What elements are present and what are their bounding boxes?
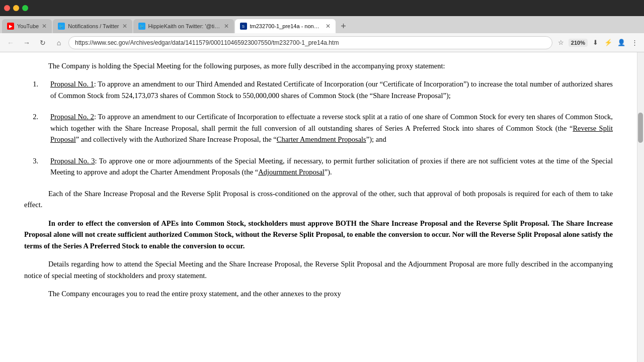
browser-frame: ▶ YouTube ✕ 🐦 Notifications / Twitter ✕ …: [0, 0, 644, 362]
proposal-item-3: 3. Proposal No. 3: To approve one or mor…: [24, 155, 613, 178]
bookmark-icon[interactable]: ☆: [555, 37, 567, 48]
bold-paragraph: In order to effect the conversion of APE…: [24, 218, 613, 251]
details-text: Details regarding how to attend the Spec…: [24, 260, 613, 279]
back-button[interactable]: ←: [4, 36, 17, 49]
proposal-item-1: 1. Proposal No. 1: To approve an amendme…: [24, 78, 613, 101]
proposal-2-label[interactable]: Proposal No. 2: [50, 113, 94, 121]
twitter-favicon: 🐦: [58, 23, 65, 30]
hippie-favicon: 🐦: [138, 23, 145, 30]
close-button[interactable]: [4, 5, 10, 11]
encourage-paragraph: The Company encourages you to read the e…: [24, 288, 613, 299]
tab-notifications-label: Notifications / Twitter: [68, 23, 119, 29]
title-bar: [0, 0, 644, 16]
tab-youtube-close[interactable]: ✕: [42, 23, 47, 30]
tab-notifications[interactable]: 🐦 Notifications / Twitter ✕: [53, 19, 132, 33]
cross-condition-paragraph: Each of the Share Increase Proposal and …: [24, 188, 613, 211]
proposal-num-3: 3.: [24, 155, 38, 178]
tab-sec-close[interactable]: ✕: [326, 23, 331, 30]
maximize-button[interactable]: [22, 5, 28, 11]
proposal-3-body: : To approve one or more adjournments of…: [50, 157, 613, 176]
profile-icon[interactable]: 👤: [616, 37, 627, 48]
youtube-favicon: ▶: [7, 23, 14, 30]
tab-youtube[interactable]: ▶ YouTube ✕: [2, 19, 52, 33]
scrollbar-thumb[interactable]: [638, 113, 643, 143]
reload-button[interactable]: ↻: [36, 36, 49, 49]
proposal-num-2: 2.: [24, 111, 38, 145]
tab-hippie[interactable]: 🐦 HippieKaith on Twitter: '@tiv... ✕: [133, 19, 234, 33]
extensions-icon[interactable]: ⚡: [603, 37, 614, 48]
address-field[interactable]: https://www.sec.gov/Archives/edgar/data/…: [68, 36, 552, 49]
home-button[interactable]: ⌂: [52, 36, 65, 49]
tab-sec-label: tm232700-1_pre14a - none - S...: [250, 23, 323, 29]
address-text: https://www.sec.gov/Archives/edgar/data/…: [75, 39, 546, 46]
encourage-text-static: The Company encourages you to read the e…: [48, 290, 341, 298]
proposal-item-2: 2. Proposal No. 2: To approve an amendme…: [24, 111, 613, 145]
proposal-text-1: Proposal No. 1: To approve an amendment …: [50, 78, 613, 101]
tab-hippie-close[interactable]: ✕: [224, 23, 229, 30]
toolbar-icons: ☆ 210% ⬇ ⚡ 👤 ⋮: [555, 37, 640, 48]
proposal-1-body: : To approve an amendment to our Third A…: [50, 80, 613, 99]
proposal-3-label[interactable]: Proposal No. 3: [50, 157, 95, 165]
proposal-1-label[interactable]: Proposal No. 1: [50, 80, 94, 88]
charter-amendment-link[interactable]: Charter Amendment Proposals: [277, 135, 366, 143]
cross-condition-text: Each of the Share Increase Proposal and …: [24, 190, 613, 209]
tab-sec[interactable]: S tm232700-1_pre14a - none - S... ✕: [235, 19, 336, 33]
settings-icon[interactable]: ⋮: [629, 37, 640, 48]
adjournment-link[interactable]: Adjournment Proposal: [258, 168, 325, 176]
tab-youtube-label: YouTube: [17, 23, 39, 29]
sec-favicon: S: [240, 23, 247, 30]
minimize-button[interactable]: [13, 5, 19, 11]
proposal-text-3: Proposal No. 3: To approve one or more a…: [50, 155, 613, 178]
page-content: The Company is holding the Special Meeti…: [0, 52, 644, 362]
bold-para-text: In order to effect the conversion of APE…: [24, 219, 613, 250]
details-paragraph: Details regarding how to attend the Spec…: [24, 258, 613, 281]
proposals-list: 1. Proposal No. 1: To approve an amendme…: [24, 78, 613, 177]
zoom-level: 210%: [569, 39, 588, 47]
address-bar-row: ← → ↻ ⌂ https://www.sec.gov/Archives/edg…: [0, 33, 644, 52]
forward-button[interactable]: →: [20, 36, 33, 49]
intro-paragraph: The Company is holding the Special Meeti…: [24, 60, 613, 71]
proposal-2-body: : To approve an amendment to our Certifi…: [50, 113, 613, 143]
download-icon[interactable]: ⬇: [590, 37, 601, 48]
proposal-text-2: Proposal No. 2: To approve an amendment …: [50, 111, 613, 145]
tab-hippie-label: HippieKaith on Twitter: '@tiv...: [148, 23, 221, 29]
proposal-num-1: 1.: [24, 78, 38, 101]
traffic-lights: [4, 5, 28, 11]
scrollbar-track[interactable]: [637, 52, 644, 362]
new-tab-button[interactable]: +: [337, 19, 351, 33]
intro-text: The Company is holding the Special Meeti…: [48, 62, 445, 70]
page-scroll: The Company is holding the Special Meeti…: [0, 52, 637, 362]
tabs-bar: ▶ YouTube ✕ 🐦 Notifications / Twitter ✕ …: [0, 16, 644, 33]
tab-notifications-close[interactable]: ✕: [122, 23, 127, 30]
